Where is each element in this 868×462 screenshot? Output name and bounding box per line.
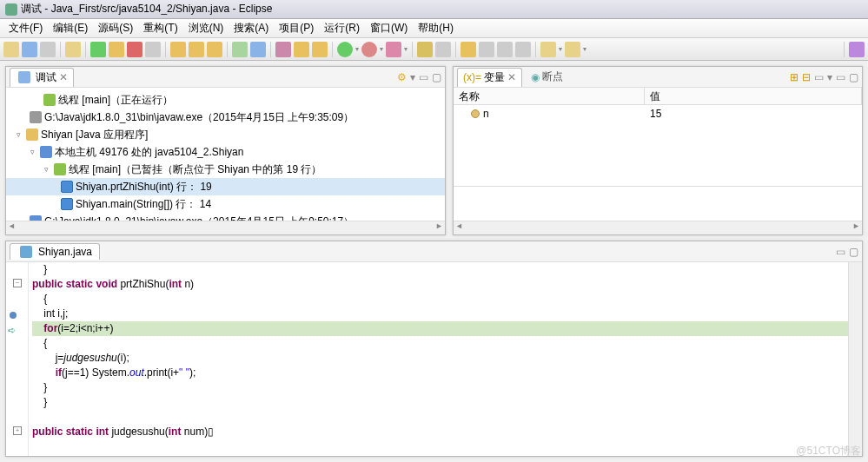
disconnect-icon[interactable] <box>145 42 161 57</box>
expression-icon[interactable] <box>312 42 328 57</box>
debug-tree[interactable]: 线程 [main]（正在运行）G:\Java\jdk1.8.0_31\bin\j… <box>6 88 445 221</box>
editor-file-name: Shiyan.java <box>38 246 92 258</box>
menu-item[interactable]: 帮助(H) <box>413 19 459 37</box>
tree-row[interactable]: ▿Shiyan [Java 应用程序] <box>6 126 445 143</box>
new-icon[interactable] <box>3 42 19 57</box>
col-value[interactable]: 值 <box>645 88 862 104</box>
dropdown-icon[interactable]: ▾ <box>410 71 415 83</box>
close-icon[interactable]: ✕ <box>59 71 68 83</box>
coverage-icon[interactable] <box>386 42 401 57</box>
menu-item[interactable]: 窗口(W) <box>365 19 413 37</box>
app-icon <box>5 3 17 16</box>
breakpoints-tab-label: 断点 <box>542 69 563 84</box>
main-toolbar: ▾ ▾ ▾ ▾ ▾ <box>0 38 868 61</box>
perspective-icon[interactable] <box>849 42 865 57</box>
editor-view: Shiyan.java ▭ ▢ −➪+ }public static void … <box>5 241 863 457</box>
task-icon[interactable] <box>515 42 531 57</box>
menu-item[interactable]: 源码(S) <box>93 19 138 37</box>
annotation-icon[interactable] <box>497 42 513 57</box>
suspend-icon[interactable] <box>109 42 124 57</box>
layout-icon[interactable]: ⊞ <box>790 71 798 83</box>
search-icon[interactable] <box>461 42 476 57</box>
forward-icon[interactable] <box>565 42 580 57</box>
variables-body[interactable]: n15 <box>454 105 862 186</box>
save-all-icon[interactable] <box>40 42 56 57</box>
menu-item[interactable]: 重构(T) <box>138 19 182 37</box>
menu-item[interactable]: 项目(P) <box>274 19 319 37</box>
debug-tab-label: 调试 <box>36 70 56 85</box>
breakpoint-icon[interactable] <box>294 42 309 57</box>
menu-item[interactable]: 编辑(E) <box>48 19 93 37</box>
dropdown-icon[interactable]: ▾ <box>583 45 586 53</box>
tree-row[interactable]: G:\Java\jdk1.8.0_31\bin\javaw.exe（2015年4… <box>6 109 445 126</box>
minimize-icon[interactable]: ▭ <box>836 246 845 258</box>
col-name[interactable]: 名称 <box>454 88 645 104</box>
debug-view-icon <box>18 71 30 83</box>
editor-tab[interactable]: Shiyan.java <box>10 243 100 260</box>
menu-item[interactable]: 搜索(A) <box>229 19 274 37</box>
open-type-icon[interactable] <box>435 42 451 57</box>
tree-row[interactable]: G:\Java\jdk1.8.0_31\bin\javaw.exe（2015年4… <box>6 213 445 221</box>
debug-view: 调试 ✕ ⚙ ▾ ▭ ▢ 线程 [main]（正在运行）G:\Java\jdk1… <box>5 66 446 235</box>
variable-row[interactable]: n15 <box>454 105 862 122</box>
close-icon[interactable]: ✕ <box>507 71 516 83</box>
variables-view: (x)= 变量 ✕ ◉ 断点 ⊞ ⊟ ▭ ▾ ▭ ▢ 名称 <box>453 66 863 235</box>
window-title: 调试 - Java_First/src/java5104_2/Shiyan.ja… <box>21 2 272 16</box>
tree-row[interactable]: Shiyan.prtZhiShu(int) 行： 19 <box>6 178 445 195</box>
variables-tab[interactable]: (x)= 变量 ✕ <box>457 68 522 87</box>
save-icon[interactable] <box>22 42 37 57</box>
toggle-icon[interactable] <box>479 42 494 57</box>
scrollbar-horizontal[interactable] <box>6 221 445 234</box>
view-menu-icon[interactable]: ⚙ <box>397 71 407 83</box>
terminate-icon[interactable] <box>127 42 142 57</box>
new-java-icon[interactable] <box>417 42 433 57</box>
maximize-icon[interactable]: ▢ <box>849 246 858 258</box>
tree-row[interactable]: ▿线程 [main]（已暂挂（断点位于 Shiyan 中的第 19 行） <box>6 161 445 178</box>
dropdown-icon[interactable]: ▾ <box>827 71 832 83</box>
debug-tab[interactable]: 调试 ✕ <box>10 68 74 87</box>
code-area[interactable]: }public static void prtZhiShu(int n) { i… <box>29 262 848 456</box>
detail-pane <box>454 186 862 221</box>
breakpoints-icon: ◉ <box>531 71 540 83</box>
menu-item[interactable]: 浏览(N) <box>183 19 229 37</box>
editor-gutter[interactable]: −➪+ <box>6 262 29 456</box>
scrollbar-vertical[interactable] <box>848 262 862 456</box>
maximize-icon[interactable]: ▢ <box>432 71 441 83</box>
resume-icon[interactable] <box>90 42 106 57</box>
step-over-icon[interactable] <box>189 42 204 57</box>
tree-row[interactable]: ▿本地主机 49176 处的 java5104_2.Shiyan <box>6 143 445 161</box>
step-into-icon[interactable] <box>170 42 186 57</box>
java-file-icon <box>20 246 32 258</box>
tree-row[interactable]: 线程 [main]（正在运行） <box>6 91 445 109</box>
menubar: 文件(F)编辑(E)源码(S)重构(T)浏览(N)搜索(A)项目(P)运行(R)… <box>0 19 868 38</box>
collapse-icon[interactable]: ⊟ <box>802 71 811 83</box>
skip-breakpoints-icon[interactable] <box>275 42 291 57</box>
step-return-icon[interactable] <box>207 42 222 57</box>
debug-icon[interactable] <box>361 42 377 57</box>
use-step-filters-icon[interactable] <box>250 42 266 57</box>
debug-dropdown-icon[interactable]: ▾ <box>380 45 383 53</box>
drop-frame-icon[interactable] <box>232 42 248 57</box>
menu-icon[interactable]: ▭ <box>814 71 824 83</box>
menu-item[interactable]: 文件(F) <box>3 19 48 37</box>
print-icon[interactable] <box>65 42 81 57</box>
dropdown-icon[interactable]: ▾ <box>559 45 562 53</box>
variables-header: 名称 值 <box>454 88 862 105</box>
back-icon[interactable] <box>540 42 556 57</box>
run-icon[interactable] <box>337 42 353 57</box>
variables-icon: (x)= <box>463 71 481 83</box>
scrollbar-horizontal[interactable] <box>454 221 862 234</box>
menu-item[interactable]: 运行(R) <box>319 19 365 37</box>
dropdown-icon[interactable]: ▾ <box>404 45 407 53</box>
breakpoints-tab[interactable]: ◉ 断点 <box>526 68 568 86</box>
maximize-icon[interactable]: ▢ <box>849 71 858 83</box>
run-dropdown-icon[interactable]: ▾ <box>355 45 359 53</box>
watermark: @51CTO博客 <box>796 444 861 459</box>
window-titlebar: 调试 - Java_First/src/java5104_2/Shiyan.ja… <box>0 0 868 19</box>
minimize-icon[interactable]: ▭ <box>836 71 845 83</box>
minimize-icon[interactable]: ▭ <box>419 71 428 83</box>
tree-row[interactable]: Shiyan.main(String[]) 行： 14 <box>6 195 445 213</box>
variables-tab-label: 变量 <box>484 70 505 85</box>
